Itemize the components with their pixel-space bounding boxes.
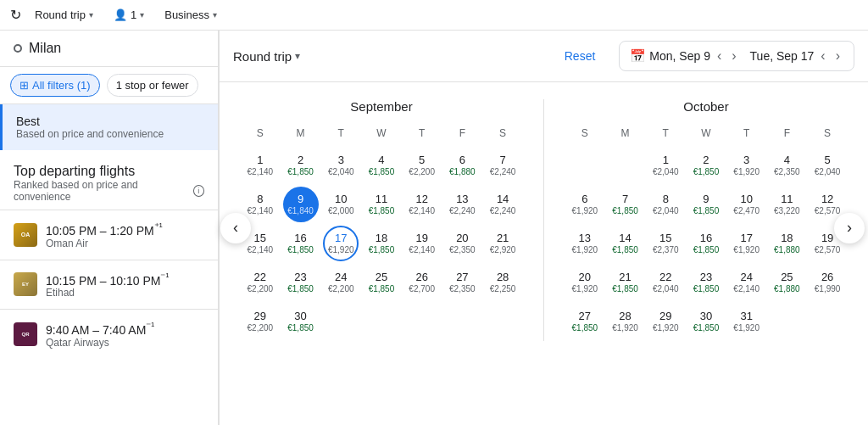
calendar-day[interactable]: 28€1,920: [608, 304, 643, 339]
flight-card-0[interactable]: OA 10:05 PM – 1:20 PM⁺¹ Oman Air: [0, 210, 218, 260]
calendar-day[interactable]: 9€1,850: [688, 187, 724, 222]
calendar-day[interactable]: 29€2,200: [242, 304, 278, 339]
calendar-day[interactable]: 27€2,350: [444, 265, 480, 300]
calendar-day[interactable]: 18€1,850: [364, 226, 399, 261]
trip-type-button[interactable]: Round trip ▾: [28, 5, 100, 25]
day-number: 7: [499, 154, 505, 167]
day-price: €2,240: [490, 167, 516, 177]
day-number: 4: [378, 154, 384, 167]
all-filters-button[interactable]: ⊞ All filters (1): [10, 74, 100, 97]
calendar-day[interactable]: 13€1,920: [567, 226, 603, 261]
flight-card-1[interactable]: EY 10:15 PM – 10:10 PM⁻¹ Etihad: [0, 260, 218, 310]
calendar-day[interactable]: 24€2,200: [323, 265, 359, 300]
calendar-day[interactable]: 31€1,920: [729, 304, 765, 339]
calendar-day[interactable]: 27€1,850: [567, 304, 603, 339]
calendar-day[interactable]: 16€1,850: [688, 226, 724, 261]
calendar-day[interactable]: 8€2,040: [648, 187, 683, 222]
sort-section: Best Based on price and convenience: [0, 104, 218, 150]
calendar-day[interactable]: 4€2,350: [769, 148, 804, 183]
calendar-day[interactable]: 2€1,850: [283, 148, 319, 183]
calendar-day[interactable]: 30€1,850: [688, 304, 724, 339]
calendar-day[interactable]: 16€1,850: [283, 226, 319, 261]
calendar-day[interactable]: 26€2,700: [404, 265, 440, 300]
calendar-day-cell: 17€1,920: [320, 224, 361, 263]
calendar-day[interactable]: 1€2,140: [242, 148, 278, 183]
calendar-day[interactable]: 6€1,920: [567, 187, 603, 222]
day-number: 12: [415, 193, 427, 206]
flights-section-header: Top departing flights Ranked based on pr…: [0, 150, 218, 210]
calendar-day[interactable]: 21€2,920: [485, 226, 520, 261]
calendar-day[interactable]: 10€2,470: [729, 187, 765, 222]
calendar-day[interactable]: 17€1,920: [323, 226, 359, 261]
calendar-day[interactable]: 19€2,140: [404, 226, 440, 261]
calendar-day[interactable]: 11€3,220: [769, 187, 804, 222]
calendar-day[interactable]: 20€2,350: [444, 226, 480, 261]
day-number: 1: [663, 154, 669, 167]
calendar-day[interactable]: 4€1,850: [364, 148, 399, 183]
date-range-nav: 📅 Mon, Sep 9 ‹ › Tue, Sep 17 ‹ ›: [619, 41, 854, 71]
day-price: €2,200: [328, 284, 354, 294]
calendar-day[interactable]: 5€2,200: [404, 148, 440, 183]
calendar-day[interactable]: 8€2,140: [242, 187, 278, 222]
calendar-day[interactable]: 1€2,040: [648, 148, 683, 183]
calendar-day[interactable]: 23€1,850: [688, 265, 724, 300]
calendar-day[interactable]: 26€1,990: [810, 265, 845, 300]
calendar-day[interactable]: 11€1,850: [364, 187, 399, 222]
calendar-day[interactable]: 13€2,240: [444, 187, 480, 222]
calendar-day[interactable]: 24€2,140: [729, 265, 765, 300]
sidebar-filters: ⊞ All filters (1) 1 stop or fewer: [0, 67, 218, 104]
day-number: 22: [254, 271, 266, 284]
calendar-day[interactable]: 25€1,880: [769, 265, 804, 300]
calendar-day[interactable]: 18€1,880: [769, 226, 804, 261]
end-date-label: Tue, Sep 17: [750, 49, 815, 63]
day-number: 30: [294, 310, 306, 323]
end-date-next-button[interactable]: ›: [832, 47, 843, 65]
start-date-next-button[interactable]: ›: [728, 47, 739, 65]
calendar-day[interactable]: 21€1,850: [608, 265, 643, 300]
calendar-day[interactable]: 7€2,240: [485, 148, 520, 183]
calendar-day[interactable]: 14€2,240: [485, 187, 520, 222]
calendar-day[interactable]: 7€1,850: [608, 187, 643, 222]
passengers-button[interactable]: 👤 1 ▾: [107, 5, 151, 25]
day-number: 30: [700, 310, 712, 323]
calendar-day[interactable]: 6€1,880: [444, 148, 480, 183]
end-date-prev-button[interactable]: ‹: [817, 47, 828, 65]
sort-best-item[interactable]: Best Based on price and convenience: [0, 104, 218, 150]
calendar-day-cell: 6€1,880: [442, 146, 483, 185]
calendar-day[interactable]: 10€2,000: [323, 187, 359, 222]
scroll-right-button[interactable]: ›: [834, 213, 865, 243]
calendar-day[interactable]: 29€1,920: [648, 304, 683, 339]
calendar-day[interactable]: 25€1,850: [364, 265, 399, 300]
flight-airline-2: Qatar Airways: [46, 337, 204, 349]
calendar-day[interactable]: 15€2,370: [648, 226, 683, 261]
day-number: 19: [821, 232, 833, 245]
calendar-day-cell: [442, 302, 483, 341]
flight-times-1: 10:15 PM – 10:10 PM⁻¹: [46, 271, 204, 288]
calendar-day[interactable]: 9€1,840: [283, 187, 319, 222]
reset-button[interactable]: Reset: [565, 49, 596, 63]
stop-filter-button[interactable]: 1 stop or fewer: [107, 74, 198, 97]
calendar-day[interactable]: 3€1,920: [729, 148, 765, 183]
calendar-day[interactable]: 20€1,920: [567, 265, 603, 300]
day-number: 21: [619, 271, 631, 284]
calendar-day[interactable]: 5€2,040: [810, 148, 845, 183]
flight-card-2[interactable]: QR 9:40 AM – 7:40 AM⁻¹ Qatar Airways: [0, 309, 218, 359]
start-date-prev-button[interactable]: ‹: [714, 47, 725, 65]
calendar-day[interactable]: 30€1,850: [283, 304, 319, 339]
scroll-left-button[interactable]: ‹: [220, 213, 251, 243]
calendar-day[interactable]: 17€1,920: [729, 226, 765, 261]
calendar-day-cell: 9€1,850: [686, 185, 726, 224]
day-price: €1,850: [287, 167, 314, 177]
calendar-day[interactable]: 14€1,850: [608, 226, 643, 261]
calendar-day[interactable]: 12€2,140: [404, 187, 440, 222]
calendar-day[interactable]: 2€1,850: [688, 148, 724, 183]
class-button[interactable]: Business ▾: [158, 5, 224, 25]
info-icon[interactable]: i: [193, 185, 204, 197]
calendar-day[interactable]: 22€2,200: [242, 265, 278, 300]
calendar-day[interactable]: 3€2,040: [323, 148, 359, 183]
calendar-day[interactable]: 22€2,040: [648, 265, 683, 300]
calendar-day[interactable]: 28€2,250: [485, 265, 520, 300]
calendar-day[interactable]: 23€1,850: [283, 265, 319, 300]
calendar-trip-type[interactable]: Round trip ▾: [233, 49, 300, 64]
person-icon: 👤: [114, 8, 127, 21]
